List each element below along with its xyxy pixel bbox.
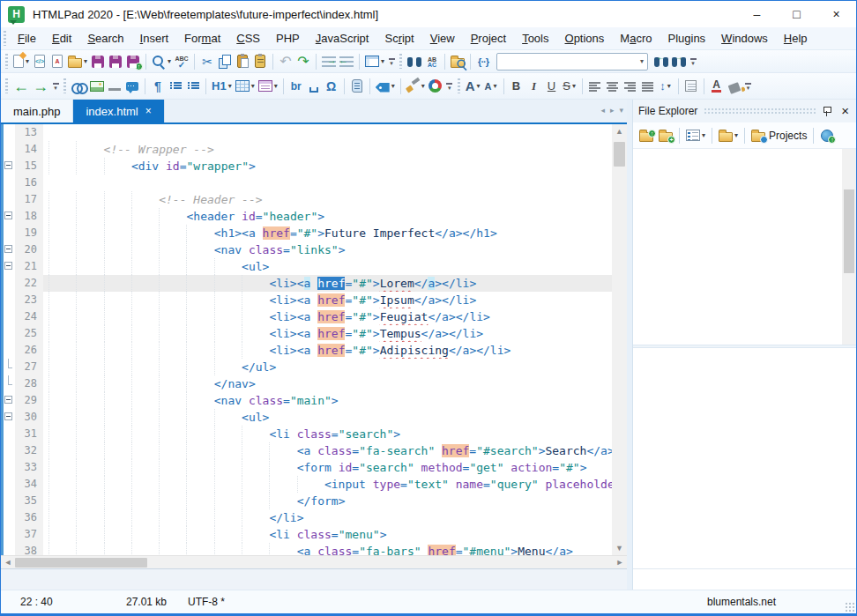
code-line[interactable]: 14<!-- Wrapper --> <box>4 141 612 158</box>
scroll-right-icon[interactable]: ► <box>613 556 627 569</box>
bold-icon[interactable]: B <box>508 77 525 96</box>
resize-grip[interactable] <box>845 602 854 612</box>
menu-item-css[interactable]: CSS <box>228 29 268 48</box>
color-picker-icon[interactable] <box>427 77 444 96</box>
non-breaking-space-icon[interactable] <box>305 77 323 96</box>
code-line[interactable]: 13 <box>4 124 612 141</box>
view-mode-icon[interactable]: ▾ <box>684 126 707 145</box>
code-line[interactable]: 15<div id="wrapper"> <box>4 158 612 174</box>
find-next-icon[interactable]: → <box>670 52 688 71</box>
cut-icon[interactable]: ✂ <box>198 52 216 71</box>
menu-item-format[interactable]: Format <box>176 29 228 48</box>
collapse-icon[interactable] <box>4 396 12 404</box>
code-line[interactable]: 36</li> <box>4 509 612 526</box>
code-line[interactable]: 30<ul> <box>4 409 612 426</box>
code-browser-icon[interactable]: {··} <box>474 52 492 71</box>
close-panel-icon[interactable]: × <box>839 105 851 117</box>
outdent-icon[interactable]: ← <box>338 52 355 71</box>
code-line[interactable]: 27</ul> <box>4 359 612 375</box>
collapse-icon[interactable] <box>4 262 12 270</box>
menu-item-tools[interactable]: Tools <box>514 29 556 48</box>
menu-item-insert[interactable]: Insert <box>132 29 177 48</box>
scrollbar-thumb[interactable] <box>844 189 854 273</box>
editor-horizontal-scrollbar[interactable]: ◄ ► <box>1 555 627 568</box>
menu-item-file[interactable]: File <box>10 29 44 48</box>
collapse-icon[interactable] <box>4 412 12 420</box>
layout-view-icon[interactable]: ▾ <box>363 52 386 71</box>
code-line[interactable]: 16 <box>4 174 612 191</box>
menu-item-view[interactable]: View <box>422 29 463 48</box>
fold-marker[interactable] <box>4 375 15 392</box>
insert-form-icon[interactable]: ▾ <box>257 77 279 96</box>
search-term-combobox[interactable]: ▾ <box>492 52 652 71</box>
fold-marker[interactable] <box>4 409 15 426</box>
code-line[interactable]: 19<h1><a href="#">Future Imperfect</a></… <box>4 225 612 241</box>
menu-item-macro[interactable]: Macro <box>612 29 660 48</box>
open-file-icon[interactable]: ▾ <box>66 52 89 71</box>
minimize-button[interactable]: – <box>737 2 777 27</box>
menu-item-project[interactable]: Project <box>463 29 514 48</box>
code-line[interactable]: 23<li><a href="#">Ipsum</a></li> <box>4 292 612 308</box>
scroll-down-icon[interactable]: ▼ <box>612 541 627 555</box>
toolbar-overflow-icon[interactable]: ▾ <box>688 52 698 71</box>
navigate-forward-icon[interactable]: → <box>31 77 50 96</box>
insert-tag-icon[interactable]: ▾ <box>374 77 397 96</box>
align-left-icon[interactable] <box>586 77 604 96</box>
new-folder-icon[interactable]: + <box>657 126 674 145</box>
heading-icon[interactable]: H1▾ <box>210 77 234 96</box>
code-line[interactable]: 37<li class="menu"> <box>4 526 612 543</box>
code-line[interactable]: 20<nav class="links"> <box>4 241 612 258</box>
save-icon[interactable] <box>89 52 107 71</box>
strikethrough-icon[interactable]: S▾ <box>561 77 578 96</box>
menu-item-php[interactable]: PHP <box>268 29 308 48</box>
code-line[interactable]: 28</nav> <box>4 375 612 392</box>
menu-item-options[interactable]: Options <box>557 29 613 48</box>
format-painter-icon[interactable]: ▾ <box>405 77 427 96</box>
quick-search-icon[interactable]: ▾ <box>150 52 173 71</box>
menu-item-javascript[interactable]: JavaScript <box>308 29 377 48</box>
find-previous-icon[interactable]: ← <box>652 52 670 71</box>
fold-marker[interactable] <box>4 392 15 409</box>
scrollbar-thumb[interactable] <box>15 558 147 568</box>
search-term-combobox[interactable]: ▾ <box>496 53 648 71</box>
tab-scroll-left-icon[interactable]: ◂ <box>600 106 605 115</box>
italic-icon[interactable]: I <box>525 77 543 96</box>
ordered-list-icon[interactable] <box>184 77 202 96</box>
publish-project-icon[interactable]: ↑ <box>818 126 836 145</box>
code-line[interactable]: 24<li><a href="#">Feugiat</a></li> <box>4 308 612 325</box>
paragraph-icon[interactable]: ¶ <box>149 77 167 96</box>
collapse-icon[interactable] <box>4 161 12 169</box>
code-line[interactable]: 38<a class="fa-bars" href="#menu">Menu</… <box>4 543 612 555</box>
scroll-down-icon[interactable] <box>842 330 857 345</box>
new-from-template-icon[interactable]: </> <box>31 52 48 71</box>
scroll-up-icon[interactable]: ▲ <box>612 124 627 138</box>
code-line[interactable]: 32<a class="fa-search" href="#search">Se… <box>4 442 612 459</box>
fold-marker[interactable] <box>4 158 15 174</box>
scroll-left-icon[interactable]: ◄ <box>1 556 15 569</box>
collapse-icon[interactable] <box>4 212 12 219</box>
code-line[interactable]: 33<form id="search" method="get" action=… <box>4 459 612 476</box>
pin-icon[interactable] <box>823 106 831 117</box>
indent-icon[interactable]: → <box>320 52 338 71</box>
browse-folder-icon[interactable]: ▾ <box>717 126 740 145</box>
maximize-button[interactable]: □ <box>777 2 816 27</box>
spell-check-icon[interactable]: ABC✓ <box>173 52 190 71</box>
underline-icon[interactable]: U <box>543 77 561 96</box>
menu-item-search[interactable]: Search <box>79 29 131 48</box>
code-line[interactable]: 29<nav class="main"> <box>4 392 612 409</box>
panel-grip[interactable] <box>704 108 816 115</box>
scroll-up-icon[interactable] <box>842 149 857 163</box>
code-line[interactable]: 17<!-- Header --> <box>4 191 612 208</box>
toolbar-overflow-icon[interactable]: ▾ <box>386 52 397 71</box>
open-parent-folder-icon[interactable]: ↑ <box>637 126 655 145</box>
undo-icon[interactable]: ↶ <box>277 52 294 71</box>
align-right-icon[interactable] <box>622 77 639 96</box>
projects-button[interactable]: Projects <box>749 126 809 145</box>
new-html-page-icon[interactable]: A <box>48 52 66 71</box>
unordered-list-icon[interactable] <box>167 77 184 96</box>
justify-icon[interactable] <box>639 77 657 96</box>
paragraph-style-icon[interactable] <box>682 77 700 96</box>
tab-index-html[interactable]: index.html× <box>73 100 164 122</box>
line-spacing-icon[interactable]: ↕▾ <box>657 77 674 96</box>
fold-marker[interactable] <box>4 241 15 258</box>
